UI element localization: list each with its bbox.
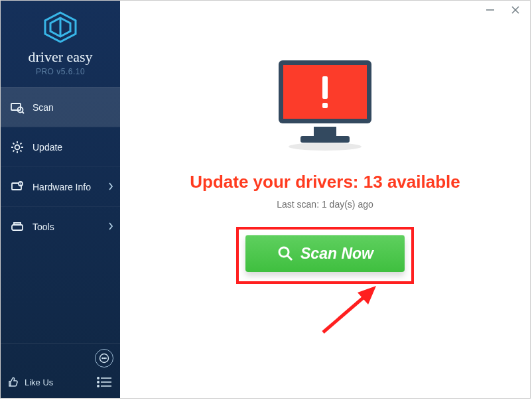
svg-point-27	[289, 143, 362, 151]
brand-name: driver easy	[1, 48, 120, 66]
svg-point-15	[103, 358, 104, 358]
tools-icon	[10, 220, 25, 234]
sidebar-bottom: Like Us	[1, 343, 120, 398]
sidebar-nav: Scan Update Hardware I	[1, 87, 120, 246]
svg-rect-12	[12, 225, 23, 230]
search-icon	[277, 245, 294, 262]
app-window: driver easy PRO v5.6.10 Scan	[0, 0, 531, 399]
brand-block: driver easy PRO v5.6.10	[1, 1, 120, 83]
sidebar-item-label: Tools	[33, 222, 54, 232]
svg-point-21	[98, 385, 99, 387]
svg-line-31	[288, 256, 293, 261]
svg-rect-25	[314, 127, 336, 136]
window-titlebar	[484, 1, 530, 18]
like-us-button[interactable]: Like Us	[7, 376, 53, 388]
svg-point-11	[19, 182, 23, 186]
minimize-button[interactable]	[484, 3, 497, 17]
svg-point-14	[102, 358, 103, 358]
menu-icon[interactable]	[95, 373, 113, 391]
sidebar-item-hardware-info[interactable]: Hardware Info	[1, 167, 120, 206]
update-headline: Update your drivers: 13 available	[190, 172, 460, 192]
svg-point-16	[105, 358, 106, 358]
chevron-right-icon	[108, 182, 113, 192]
svg-point-19	[98, 381, 99, 383]
scan-highlight-annotation: Scan Now	[236, 227, 414, 284]
sidebar-item-label: Update	[33, 142, 62, 153]
svg-rect-28	[322, 76, 328, 99]
sidebar-item-label: Scan	[33, 102, 54, 113]
scan-now-button[interactable]: Scan Now	[245, 235, 405, 272]
scan-icon	[10, 100, 25, 115]
last-scan-text: Last scan: 1 day(s) ago	[277, 199, 373, 210]
svg-point-30	[279, 247, 289, 257]
brand-version: PRO v5.6.10	[1, 67, 120, 76]
sidebar-item-scan[interactable]: Scan	[1, 87, 120, 127]
sidebar-item-update[interactable]: Update	[1, 127, 120, 167]
svg-rect-26	[300, 136, 350, 143]
like-us-label: Like Us	[25, 377, 53, 387]
svg-line-8	[23, 111, 25, 113]
alert-monitor-icon	[269, 54, 381, 156]
hardware-icon	[10, 180, 25, 194]
svg-point-17	[98, 377, 99, 379]
svg-point-9	[15, 145, 20, 149]
sidebar-item-tools[interactable]: Tools	[1, 206, 120, 246]
svg-rect-29	[322, 103, 328, 108]
arrow-annotation-icon	[316, 279, 389, 339]
feedback-icon[interactable]	[95, 349, 113, 367]
gear-icon	[10, 140, 25, 155]
close-button[interactable]	[509, 3, 522, 17]
thumbs-up-icon	[7, 376, 19, 388]
chevron-right-icon	[108, 222, 113, 232]
main-content: Update your drivers: 13 available Last s…	[120, 1, 530, 398]
sidebar-item-label: Hardware Info	[33, 182, 91, 192]
sidebar: driver easy PRO v5.6.10 Scan	[1, 1, 120, 398]
scan-now-label: Scan Now	[300, 245, 373, 263]
logo-icon	[42, 11, 78, 43]
